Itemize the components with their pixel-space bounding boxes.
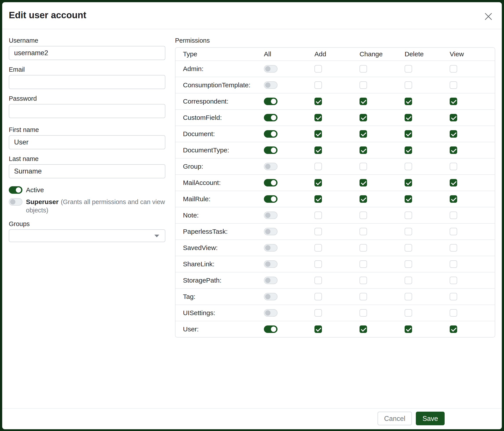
checkbox-storagepath-view[interactable] xyxy=(450,277,457,284)
permission-type-label: StoragePath: xyxy=(183,277,264,284)
toggle-documenttype-all[interactable] xyxy=(264,146,278,154)
checkbox-documenttype-delete[interactable] xyxy=(405,146,412,154)
checkbox-mailrule-change[interactable] xyxy=(360,195,367,203)
last-name-input[interactable] xyxy=(9,164,165,178)
superuser-toggle-row: Superuser (Grants all permissions and ca… xyxy=(9,198,165,214)
checkbox-note-add[interactable] xyxy=(315,212,322,219)
checkbox-customfield-delete[interactable] xyxy=(405,114,412,121)
checkbox-paperlesstask-change[interactable] xyxy=(360,228,367,235)
checkbox-savedview-change[interactable] xyxy=(360,244,367,251)
toggle-paperlesstask-all[interactable] xyxy=(264,228,278,235)
checkbox-customfield-view[interactable] xyxy=(450,114,457,121)
checkbox-sharelink-delete[interactable] xyxy=(405,260,412,268)
checkbox-savedview-delete[interactable] xyxy=(405,244,412,251)
close-button[interactable] xyxy=(482,10,494,23)
checkbox-storagepath-add[interactable] xyxy=(315,277,322,284)
checkbox-group-change[interactable] xyxy=(360,163,367,170)
checkbox-document-change[interactable] xyxy=(360,130,367,138)
toggle-user-all[interactable] xyxy=(264,325,278,333)
toggle-mailrule-all[interactable] xyxy=(264,195,278,203)
checkbox-tag-view[interactable] xyxy=(450,293,457,300)
checkbox-storagepath-delete[interactable] xyxy=(405,277,412,284)
toggle-note-all[interactable] xyxy=(264,212,278,219)
checkbox-document-view[interactable] xyxy=(450,130,457,138)
checkbox-document-delete[interactable] xyxy=(405,130,412,138)
checkbox-correspondent-add[interactable] xyxy=(315,98,322,105)
checkbox-sharelink-add[interactable] xyxy=(315,260,322,268)
checkbox-consumptiontemplate-view[interactable] xyxy=(450,81,457,89)
toggle-mailaccount-all[interactable] xyxy=(264,179,278,187)
checkbox-correspondent-view[interactable] xyxy=(450,98,457,105)
checkbox-uisettings-add[interactable] xyxy=(315,309,322,317)
checkbox-savedview-view[interactable] xyxy=(450,244,457,251)
cancel-button[interactable]: Cancel xyxy=(378,412,412,425)
checkbox-storagepath-change[interactable] xyxy=(360,277,367,284)
toggle-savedview-all[interactable] xyxy=(264,244,278,251)
checkbox-customfield-change[interactable] xyxy=(360,114,367,121)
checkbox-admin-view[interactable] xyxy=(450,65,457,72)
checkbox-sharelink-change[interactable] xyxy=(360,260,367,268)
active-toggle[interactable] xyxy=(9,186,22,194)
email-input[interactable] xyxy=(9,75,165,89)
checkbox-tag-change[interactable] xyxy=(360,293,367,300)
checkbox-document-add[interactable] xyxy=(315,130,322,138)
checkbox-savedview-add[interactable] xyxy=(315,244,322,251)
checkbox-tag-delete[interactable] xyxy=(405,293,412,300)
checkbox-user-add[interactable] xyxy=(315,325,322,333)
checkbox-paperlesstask-add[interactable] xyxy=(315,228,322,235)
toggle-group-all[interactable] xyxy=(264,163,278,170)
checkbox-documenttype-add[interactable] xyxy=(315,146,322,154)
checkbox-mailrule-add[interactable] xyxy=(315,195,322,203)
checkbox-group-add[interactable] xyxy=(315,163,322,170)
checkbox-group-delete[interactable] xyxy=(405,163,412,170)
checkbox-admin-add[interactable] xyxy=(315,65,322,72)
toggle-storagepath-all[interactable] xyxy=(264,277,278,284)
checkbox-consumptiontemplate-change[interactable] xyxy=(360,81,367,89)
checkbox-mailaccount-add[interactable] xyxy=(315,179,322,187)
checkbox-correspondent-change[interactable] xyxy=(360,98,367,105)
checkbox-note-change[interactable] xyxy=(360,212,367,219)
checkbox-uisettings-view[interactable] xyxy=(450,309,457,317)
checkbox-note-delete[interactable] xyxy=(405,212,412,219)
checkbox-note-view[interactable] xyxy=(450,212,457,219)
checkbox-admin-change[interactable] xyxy=(360,65,367,72)
checkbox-customfield-add[interactable] xyxy=(315,114,322,121)
toggle-tag-all[interactable] xyxy=(264,293,278,300)
checkbox-paperlesstask-view[interactable] xyxy=(450,228,457,235)
checkbox-documenttype-change[interactable] xyxy=(360,146,367,154)
toggle-correspondent-all[interactable] xyxy=(264,98,278,105)
checkbox-admin-delete[interactable] xyxy=(405,65,412,72)
checkbox-consumptiontemplate-delete[interactable] xyxy=(405,81,412,89)
toggle-admin-all[interactable] xyxy=(264,65,278,72)
checkbox-correspondent-delete[interactable] xyxy=(405,98,412,105)
save-button[interactable]: Save xyxy=(416,412,445,425)
checkbox-uisettings-change[interactable] xyxy=(360,309,367,317)
checkbox-uisettings-delete[interactable] xyxy=(405,309,412,317)
checkbox-mailrule-view[interactable] xyxy=(450,195,457,203)
checkbox-mailaccount-view[interactable] xyxy=(450,179,457,187)
toggle-uisettings-all[interactable] xyxy=(264,309,278,317)
superuser-toggle[interactable] xyxy=(9,198,22,206)
checkbox-user-delete[interactable] xyxy=(405,325,412,333)
first-name-input[interactable] xyxy=(9,135,165,149)
column-header-type: Type xyxy=(183,50,264,58)
checkbox-mailrule-delete[interactable] xyxy=(405,195,412,203)
checkbox-group-view[interactable] xyxy=(450,163,457,170)
checkbox-user-view[interactable] xyxy=(450,325,457,333)
checkbox-user-change[interactable] xyxy=(360,325,367,333)
toggle-customfield-all[interactable] xyxy=(264,114,278,121)
password-input[interactable] xyxy=(9,104,165,118)
groups-select[interactable] xyxy=(9,229,165,242)
checkbox-mailaccount-delete[interactable] xyxy=(405,179,412,187)
checkbox-sharelink-view[interactable] xyxy=(450,260,457,268)
checkbox-tag-add[interactable] xyxy=(315,293,322,300)
toggle-document-all[interactable] xyxy=(264,130,278,138)
toggle-sharelink-all[interactable] xyxy=(264,260,278,268)
toggle-consumptiontemplate-all[interactable] xyxy=(264,81,278,89)
checkbox-documenttype-view[interactable] xyxy=(450,146,457,154)
checkbox-paperlesstask-delete[interactable] xyxy=(405,228,412,235)
username-input[interactable] xyxy=(9,46,165,60)
permission-row-user: User: xyxy=(175,321,495,337)
checkbox-consumptiontemplate-add[interactable] xyxy=(315,81,322,89)
checkbox-mailaccount-change[interactable] xyxy=(360,179,367,187)
